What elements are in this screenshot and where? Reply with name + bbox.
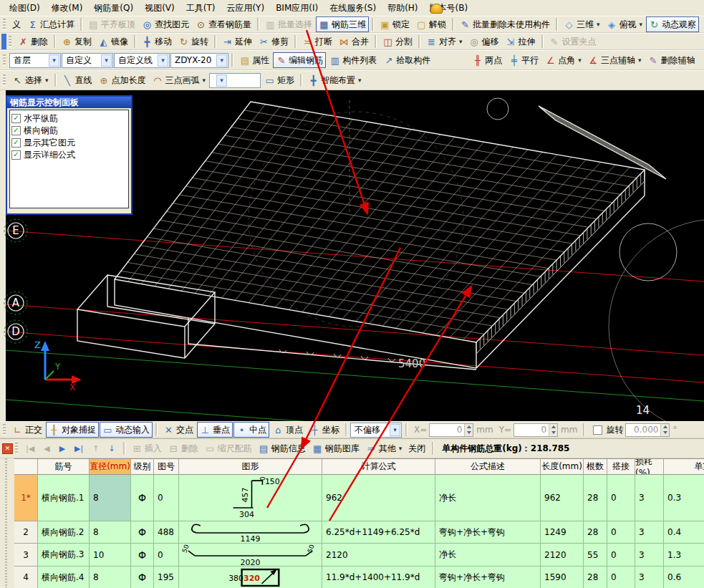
cell-shape[interactable]: 50 50 2020 bbox=[179, 544, 322, 567]
menu-item[interactable]: 视图(V) bbox=[140, 1, 180, 16]
toolbar-button[interactable]: ⊕复制 bbox=[59, 34, 95, 49]
snap-toggle-button[interactable] bbox=[155, 423, 158, 436]
cell-diameter[interactable]: 8 bbox=[90, 567, 131, 588]
toolbar-button[interactable]: ╋智能布置▾ bbox=[305, 72, 365, 88]
menu-item[interactable]: 工具(T) bbox=[181, 1, 221, 16]
toolbar-button[interactable] bbox=[434, 52, 468, 68]
cell-shape[interactable]: 1149 bbox=[179, 521, 322, 544]
cell-formula-desc[interactable]: 弯钩+净长+弯钩 bbox=[435, 521, 541, 544]
toolbar-button[interactable] bbox=[54, 35, 56, 48]
cell-count[interactable]: 28 bbox=[584, 475, 607, 521]
toolbar-button[interactable]: ⇲拉伸 bbox=[503, 34, 539, 49]
cell-bar-name[interactable]: 横向钢筋.4 bbox=[38, 567, 90, 588]
toolbar-button[interactable]: ▤平齐板顶 bbox=[85, 16, 138, 32]
cell-unit-weight[interactable]: 0.4 bbox=[664, 521, 704, 544]
cell-lap[interactable]: 0 bbox=[607, 544, 635, 567]
toolbar-button[interactable]: ▦钢筋三维 bbox=[316, 16, 369, 32]
spinner-buttons[interactable] bbox=[660, 424, 669, 436]
snap-toggle-button[interactable]: •中点 bbox=[233, 422, 269, 438]
toolbar-button[interactable] bbox=[54, 74, 57, 87]
cell-grade[interactable]: Φ bbox=[131, 567, 154, 588]
display-option[interactable]: 显示其它图元 bbox=[11, 137, 127, 149]
col-header-formula-desc[interactable]: 公式描述 bbox=[435, 459, 541, 475]
grid-toolbar-button[interactable]: ▤钢筋信息 bbox=[256, 440, 309, 456]
toolbar-button[interactable]: 自定义▾ bbox=[62, 53, 113, 68]
toolbar-button[interactable] bbox=[80, 18, 82, 31]
toolbar-grip[interactable] bbox=[3, 19, 6, 30]
rotate-input[interactable]: 0.000 bbox=[625, 423, 670, 437]
menu-item[interactable]: 云应用(Y) bbox=[221, 1, 269, 16]
panel-title[interactable]: 钢筋显示控制面板 bbox=[7, 97, 131, 108]
toolbar-button[interactable]: ✎设置夹点 bbox=[546, 34, 599, 49]
cell-length[interactable]: 2120 bbox=[541, 544, 584, 567]
toolbar-button[interactable]: ◎偏移 bbox=[466, 34, 502, 49]
cell-figure[interactable]: 0 bbox=[154, 475, 179, 521]
snap-toggle-button[interactable]: ⊥垂点 bbox=[197, 422, 233, 438]
cell-unit-weight[interactable]: 0.3 bbox=[664, 475, 704, 521]
toolbar-button[interactable] bbox=[556, 18, 558, 31]
cell-unit-weight[interactable]: 1.3 bbox=[664, 544, 704, 567]
toolbar-button[interactable]: ◭镜像 bbox=[95, 34, 131, 49]
grid-toolbar-button[interactable]: ⇒其他▾ bbox=[363, 440, 405, 456]
cell-unit-weight[interactable]: 0.6 bbox=[664, 567, 704, 588]
toolbar-button[interactable]: 自定义线▾ bbox=[114, 53, 170, 68]
toolbar-button[interactable]: ╋移动 bbox=[139, 34, 175, 49]
toolbar-button[interactable]: ⇥延伸 bbox=[219, 34, 255, 49]
cell-lap[interactable]: 0 bbox=[607, 567, 635, 588]
cell-length[interactable]: 1590 bbox=[541, 567, 584, 588]
cell-length[interactable]: 962 bbox=[541, 475, 584, 521]
table-row[interactable]: 4 横向钢筋.4 8 Φ 195 380 320 11.9*d+1400+11.… bbox=[14, 567, 704, 588]
spinner-buttons[interactable] bbox=[549, 424, 557, 436]
toolbar-button[interactable]: ╲直线 bbox=[59, 72, 95, 88]
menu-item[interactable]: 在线服务(S) bbox=[324, 1, 381, 16]
cell-formula-desc[interactable]: 净长 bbox=[435, 544, 541, 567]
toolbar-button[interactable]: ✎删除辅轴 bbox=[645, 52, 698, 68]
toolbar-button[interactable] bbox=[257, 18, 259, 31]
cell-bar-name[interactable]: 横向钢筋.1 bbox=[38, 475, 90, 521]
cell-loss[interactable]: 3 bbox=[635, 567, 664, 588]
toolbar-button[interactable]: ▥批量选择 bbox=[262, 16, 315, 32]
toolbar-button[interactable]: ▭矩形 bbox=[261, 72, 297, 88]
record-nav-button[interactable]: ▶ bbox=[55, 440, 69, 456]
toolbar-button[interactable] bbox=[372, 18, 374, 31]
cell-diameter[interactable]: 8 bbox=[90, 521, 131, 544]
record-nav-button[interactable]: |◀ bbox=[21, 440, 39, 456]
snap-toggle-button[interactable]: ▭动态输入 bbox=[100, 422, 153, 438]
grid-toolbar-button[interactable]: ▭缩尺配筋 bbox=[202, 440, 255, 456]
grid-toolbar-button[interactable]: ▦钢筋图库 bbox=[309, 440, 362, 456]
cell-grade[interactable]: Φ bbox=[131, 475, 154, 521]
toolbar-button[interactable]: ⊕点加长度 bbox=[96, 72, 149, 88]
cell-figure[interactable]: 0 bbox=[154, 544, 179, 567]
toolbar-grip[interactable] bbox=[3, 74, 6, 86]
snap-toggle-button[interactable]: ✕交点 bbox=[160, 422, 196, 438]
menu-item[interactable]: 绘图(D) bbox=[4, 1, 45, 16]
pane-close-icon[interactable]: ✕ bbox=[2, 443, 13, 454]
rotate-checkbox[interactable] bbox=[593, 425, 602, 435]
display-option[interactable]: 水平纵筋 bbox=[11, 112, 127, 125]
table-row[interactable]: 2 横向钢筋.2 8 Φ 488 1149 6.25*d+1149+6.25*d… bbox=[14, 521, 704, 544]
cell-formula[interactable]: 6.25*d+1149+6.25*d bbox=[322, 521, 435, 544]
cell-diameter[interactable]: 8 bbox=[90, 475, 131, 521]
snap-toggle-button[interactable]: ⌂顶点 bbox=[270, 422, 306, 438]
toolbar-button[interactable]: ↻旋转 bbox=[175, 34, 211, 49]
cell-length[interactable]: 1249 bbox=[541, 521, 584, 544]
col-header-diameter[interactable]: 直径(mm) bbox=[90, 459, 131, 475]
grid-toolbar-button[interactable]: 关闭 bbox=[405, 440, 428, 456]
table-row[interactable]: 3 横向钢筋.3 10 Φ 0 50 50 2020 2120 净长 2120 … bbox=[14, 544, 704, 567]
toolbar-button[interactable]: ↗拾取构件 bbox=[380, 52, 433, 68]
col-header-bar-no[interactable]: 筋号 bbox=[38, 459, 90, 475]
toolbar-button[interactable]: ✎编辑钢筋 bbox=[273, 52, 326, 68]
toolbar-button[interactable] bbox=[231, 54, 233, 67]
toolbar-button[interactable] bbox=[375, 35, 377, 48]
toolbar-button[interactable]: ╪平行 bbox=[506, 52, 541, 68]
cell-loss[interactable]: 3 bbox=[635, 475, 664, 521]
toolbar-button[interactable]: Σ汇总计算 bbox=[24, 16, 77, 32]
cell-formula[interactable]: 2120 bbox=[322, 544, 435, 567]
checkbox-icon[interactable] bbox=[11, 150, 21, 160]
snap-toggle-button[interactable] bbox=[345, 423, 347, 436]
toolbar-button[interactable]: ▣锁定 bbox=[377, 16, 413, 32]
toolbar-button[interactable]: ⊙查看钢筋量 bbox=[193, 16, 254, 32]
rebar-display-control-panel[interactable]: 钢筋显示控制面板 水平纵筋横向钢筋显示其它图元显示详细公式 bbox=[6, 95, 132, 215]
toolbar-button[interactable]: ▥构件列表 bbox=[327, 52, 380, 68]
toolbar-button[interactable] bbox=[452, 18, 454, 31]
